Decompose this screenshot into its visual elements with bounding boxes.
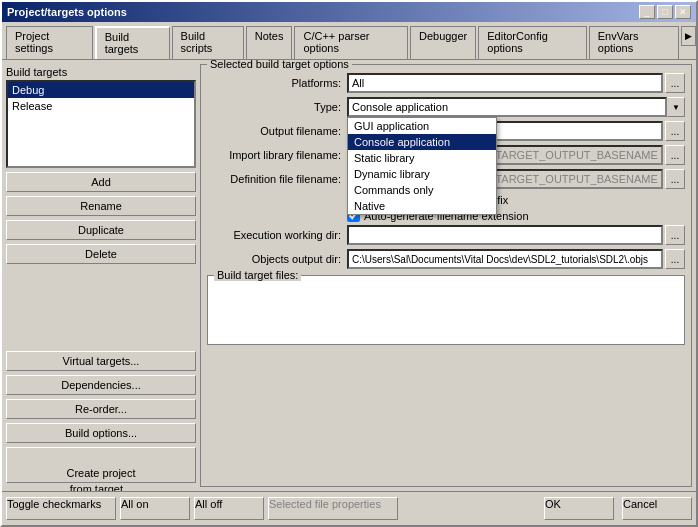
- left-panel: Build targets Debug Release Add Rename D…: [6, 64, 196, 487]
- platforms-browse-button[interactable]: ...: [665, 73, 685, 93]
- selected-file-properties-button[interactable]: Selected file properties: [268, 497, 398, 520]
- output-filename-label: Output filename:: [207, 125, 347, 137]
- list-item-debug[interactable]: Debug: [8, 82, 194, 98]
- type-option-console[interactable]: Console application: [348, 134, 496, 150]
- type-option-native[interactable]: Native: [348, 198, 496, 214]
- ok-button[interactable]: OK: [544, 497, 614, 520]
- create-project-button[interactable]: Create project from target...: [6, 447, 196, 483]
- import-lib-browse[interactable]: ...: [665, 145, 685, 165]
- type-dropdown-menu: GUI application Console application Stat…: [347, 117, 497, 215]
- all-on-button[interactable]: All on: [120, 497, 190, 520]
- main-window: Project/targets options _ □ ✕ Project se…: [0, 0, 698, 527]
- tab-nav-right[interactable]: ▶: [681, 26, 696, 46]
- reorder-button[interactable]: Re-order...: [6, 399, 196, 419]
- build-targets-list[interactable]: Debug Release: [6, 80, 196, 168]
- output-filename-browse[interactable]: ...: [665, 121, 685, 141]
- right-panel: Selected build target options Platforms:…: [200, 64, 692, 487]
- objects-dir-control: ...: [347, 249, 685, 269]
- main-content: Build targets Debug Release Add Rename D…: [2, 60, 696, 491]
- type-option-commands[interactable]: Commands only: [348, 182, 496, 198]
- tab-bar: Project settings Build targets Build scr…: [2, 22, 696, 60]
- import-lib-label: Import library filename:: [207, 149, 347, 161]
- dialog-buttons: OK Cancel: [544, 497, 692, 520]
- maximize-button[interactable]: □: [657, 5, 673, 19]
- objects-dir-label: Objects output dir:: [207, 253, 347, 265]
- tab-envvars[interactable]: EnvVars options: [589, 26, 679, 59]
- window-title: Project/targets options: [7, 6, 127, 18]
- duplicate-button[interactable]: Duplicate: [6, 220, 196, 240]
- build-files-area: Build target files:: [207, 275, 685, 345]
- type-control: ▼ GUI application Console application: [347, 97, 685, 117]
- execution-dir-row: Execution working dir: ...: [207, 225, 685, 245]
- execution-dir-label: Execution working dir:: [207, 229, 347, 241]
- virtual-targets-button[interactable]: Virtual targets...: [6, 351, 196, 371]
- dependencies-button[interactable]: Dependencies...: [6, 375, 196, 395]
- build-targets-label: Build targets: [6, 64, 196, 80]
- type-row: Type: ▼ GUI application Consol: [207, 97, 685, 117]
- definition-file-label: Definition file filename:: [207, 173, 347, 185]
- objects-dir-input[interactable]: [347, 249, 663, 269]
- rename-button[interactable]: Rename: [6, 196, 196, 216]
- execution-dir-browse[interactable]: ...: [665, 225, 685, 245]
- minimize-button[interactable]: _: [639, 5, 655, 19]
- cancel-button[interactable]: Cancel: [622, 497, 692, 520]
- platforms-row: Platforms: ...: [207, 73, 685, 93]
- type-option-static[interactable]: Static library: [348, 150, 496, 166]
- build-files-container: Build target files:: [207, 275, 685, 345]
- build-files-label: Build target files:: [214, 269, 301, 281]
- tab-notes[interactable]: Notes: [246, 26, 293, 59]
- execution-dir-control: ...: [347, 225, 685, 245]
- platforms-input[interactable]: [347, 73, 663, 93]
- title-bar: Project/targets options _ □ ✕: [2, 2, 696, 22]
- bottom-bar: Toggle checkmarks All on All off Selecte…: [2, 491, 696, 525]
- build-target-options-group: Selected build target options Platforms:…: [200, 64, 692, 487]
- group-label: Selected build target options: [207, 60, 352, 70]
- objects-dir-browse[interactable]: ...: [665, 249, 685, 269]
- tab-build-scripts[interactable]: Build scripts: [172, 26, 244, 59]
- all-off-button[interactable]: All off: [194, 497, 264, 520]
- platforms-control: ...: [347, 73, 685, 93]
- tab-project-settings[interactable]: Project settings: [6, 26, 93, 59]
- close-button[interactable]: ✕: [675, 5, 691, 19]
- delete-button[interactable]: Delete: [6, 244, 196, 264]
- tab-build-targets[interactable]: Build targets: [95, 26, 170, 59]
- tab-debugger[interactable]: Debugger: [410, 26, 476, 59]
- type-input[interactable]: [347, 97, 667, 117]
- tab-editorconfig[interactable]: EditorConfig options: [478, 26, 586, 59]
- definition-file-browse[interactable]: ...: [665, 169, 685, 189]
- type-wrapper: ▼ GUI application Console application: [347, 97, 685, 117]
- type-option-dynamic[interactable]: Dynamic library: [348, 166, 496, 182]
- add-button[interactable]: Add: [6, 172, 196, 192]
- type-option-gui[interactable]: GUI application: [348, 118, 496, 134]
- objects-dir-row: Objects output dir: ...: [207, 249, 685, 269]
- build-options-button[interactable]: Build options...: [6, 423, 196, 443]
- toggle-checkmarks-button[interactable]: Toggle checkmarks: [6, 497, 116, 520]
- execution-dir-input[interactable]: [347, 225, 663, 245]
- type-dropdown-arrow[interactable]: ▼: [667, 97, 685, 117]
- tab-cpp-parser[interactable]: C/C++ parser options: [294, 26, 408, 59]
- type-label: Type:: [207, 101, 347, 113]
- platforms-label: Platforms:: [207, 77, 347, 89]
- list-item-release[interactable]: Release: [8, 98, 194, 114]
- title-bar-buttons: _ □ ✕: [639, 5, 691, 19]
